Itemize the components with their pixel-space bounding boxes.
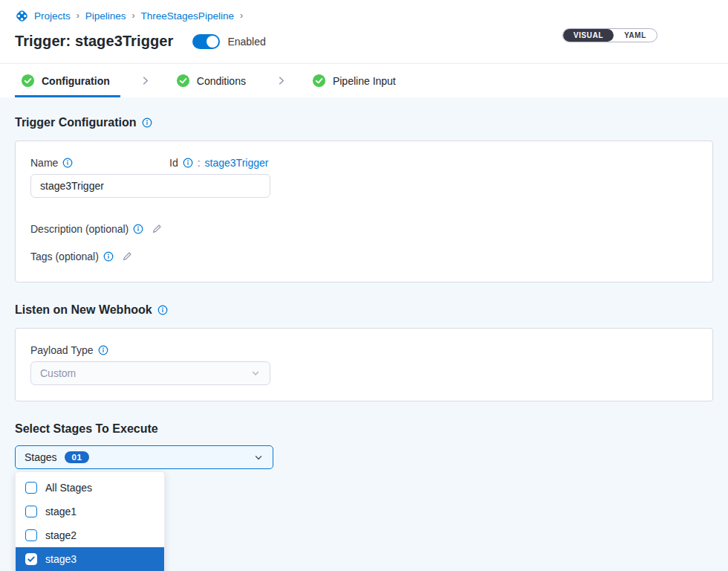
success-check-icon	[312, 74, 326, 88]
info-icon[interactable]	[133, 224, 143, 234]
tab-label: Configuration	[42, 75, 110, 87]
webhook-heading: Listen on New Webhook	[15, 303, 713, 317]
trigger-configuration-card: Name Id : stage3Trigger Description (opt…	[15, 141, 713, 283]
tags-label-text: Tags (optional)	[30, 251, 99, 262]
name-input[interactable]	[30, 174, 270, 198]
trigger-id-value[interactable]: stage3Trigger	[205, 157, 269, 169]
payload-type-label: Payload Type	[30, 344, 108, 356]
description-label-text: Description (optional)	[30, 223, 129, 235]
tags-row: Tags (optional)	[30, 251, 698, 262]
edit-pencil-icon[interactable]	[121, 251, 133, 262]
success-check-icon	[21, 74, 35, 88]
description-label: Description (optional)	[30, 223, 143, 235]
tab-pipeline-input[interactable]: Pipeline Input	[306, 64, 406, 97]
breadcrumb-separator: ›	[132, 10, 135, 21]
select-stages-heading: Select Stages To Execute	[15, 422, 713, 436]
breadcrumb-separator: ›	[77, 10, 79, 21]
success-check-icon	[176, 74, 190, 88]
webhook-card: Payload Type Custom	[15, 328, 713, 401]
id-label-text: Id	[169, 157, 178, 169]
name-field-label: Name	[30, 157, 73, 169]
tab-label: Pipeline Input	[333, 75, 396, 87]
section-title-text: Select Stages To Execute	[15, 422, 158, 436]
payload-type-select[interactable]: Custom	[30, 361, 270, 385]
tab-conditions[interactable]: Conditions	[170, 64, 256, 97]
option-label: stage2	[45, 529, 77, 541]
yaml-toggle-button[interactable]: YAML	[614, 29, 657, 42]
enabled-toggle[interactable]	[192, 34, 220, 49]
info-icon[interactable]	[142, 117, 152, 128]
option-label: stage1	[45, 506, 77, 517]
tab-configuration[interactable]: Configuration	[15, 64, 120, 97]
tags-label: Tags (optional)	[30, 251, 114, 262]
chevron-down-icon	[253, 452, 264, 462]
stage-option-stage3[interactable]: stage3	[16, 547, 164, 571]
configuration-panel: Trigger Configuration Name Id : st	[0, 97, 728, 571]
page-title: Trigger: stage3Trigger	[15, 33, 173, 50]
option-label: All Stages	[45, 482, 92, 494]
info-icon[interactable]	[157, 305, 168, 315]
info-icon[interactable]	[98, 345, 108, 355]
breadcrumb-link-pipeline-name[interactable]: ThreeStagesPipeline	[141, 10, 234, 22]
projects-clover-icon	[15, 9, 29, 23]
section-title-text: Listen on New Webhook	[15, 303, 152, 317]
selected-count-badge: 01	[65, 451, 90, 463]
info-icon[interactable]	[62, 158, 73, 168]
chevron-right-icon	[140, 64, 151, 97]
tab-label: Conditions	[197, 75, 246, 87]
page-header: Projects › Pipelines › ThreeStagesPipeli…	[0, 0, 728, 63]
name-label-text: Name	[30, 157, 58, 169]
stage-option-all-stages[interactable]: All Stages	[16, 476, 164, 500]
trigger-id-display: Id : stage3Trigger	[169, 157, 268, 169]
title-row: Trigger: stage3Trigger Enabled VISUAL YA…	[15, 33, 713, 50]
checkbox-icon[interactable]	[25, 482, 37, 494]
visual-yaml-switch: VISUAL YAML	[562, 28, 657, 42]
description-row: Description (optional)	[30, 223, 698, 235]
enabled-toggle-label: Enabled	[227, 36, 265, 48]
checkbox-icon[interactable]	[25, 553, 37, 565]
breadcrumb: Projects › Pipelines › ThreeStagesPipeli…	[15, 7, 713, 24]
wizard-tab-bar: Configuration Conditions Pipeline Input	[0, 63, 728, 97]
breadcrumb-separator: ›	[240, 10, 243, 21]
visual-toggle-button[interactable]: VISUAL	[563, 29, 614, 42]
payload-type-label-text: Payload Type	[30, 344, 94, 356]
section-title-text: Trigger Configuration	[15, 116, 137, 129]
info-icon[interactable]	[183, 158, 193, 168]
chevron-down-icon	[250, 368, 261, 378]
stage-option-stage2[interactable]: stage2	[16, 523, 164, 547]
toggle-knob	[207, 36, 218, 48]
option-label: stage3	[45, 553, 77, 565]
payload-type-value: Custom	[40, 367, 76, 379]
chevron-right-icon	[276, 64, 287, 97]
edit-pencil-icon[interactable]	[151, 223, 163, 235]
stages-dropdown-menu: All Stages stage1 stage2 stage3	[15, 471, 165, 571]
info-icon[interactable]	[103, 251, 114, 262]
stages-multiselect-dropdown[interactable]: Stages 01	[15, 445, 273, 469]
checkbox-icon[interactable]	[25, 506, 37, 517]
stage-option-stage1[interactable]: stage1	[16, 500, 164, 523]
breadcrumb-link-pipelines[interactable]: Pipelines	[85, 10, 126, 22]
breadcrumb-link-projects[interactable]: Projects	[34, 10, 71, 22]
id-colon: :	[198, 157, 201, 169]
trigger-configuration-heading: Trigger Configuration	[15, 116, 713, 129]
checkbox-icon[interactable]	[25, 529, 37, 541]
stages-dropdown-label: Stages	[25, 451, 57, 463]
